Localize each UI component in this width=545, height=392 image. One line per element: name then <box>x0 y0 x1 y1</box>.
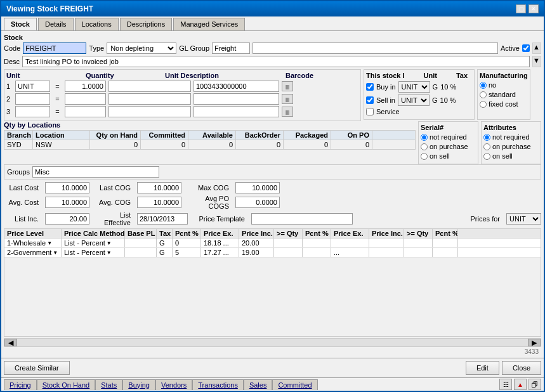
copy-icon[interactable]: 🗍 <box>529 379 541 390</box>
status-tab-stockonhand[interactable]: Stock On Hand <box>37 379 96 390</box>
scrollbar-up[interactable]: ▲ <box>532 42 541 54</box>
measure-desc-3[interactable] <box>108 106 191 117</box>
page-number: 3433 <box>4 348 541 355</box>
scrollbar-down[interactable]: ▼ <box>532 56 541 67</box>
pr0-dropdown[interactable]: ▼ <box>47 240 52 246</box>
scroll-left[interactable]: ◀ <box>4 339 17 346</box>
prices-row-1[interactable]: 2-Government ▼ List - Percent ▼ G 5 17.2… <box>4 248 541 258</box>
desc-row: Desc Test linking PO to invoiced job ▼ <box>4 56 541 67</box>
cost-row-1: Last Cost Last COG Max COG <box>4 182 541 193</box>
status-tab-stats[interactable]: Stats <box>95 379 122 390</box>
status-tab-pricing[interactable]: Pricing <box>4 379 37 390</box>
buy-in-checkbox[interactable] <box>366 83 374 91</box>
measure-barcode-3[interactable] <box>194 106 279 117</box>
attr-on-purchase-radio[interactable] <box>483 143 490 150</box>
prices-row-0[interactable]: 1-Wholesale ▼ List - Percent ▼ G 0 18.18… <box>4 238 541 248</box>
last-cost-input[interactable] <box>45 182 89 193</box>
sell-in-checkbox[interactable] <box>366 96 374 104</box>
avg-cost-input[interactable] <box>45 197 89 208</box>
tab-descriptions[interactable]: Descriptions <box>120 18 173 30</box>
close-button[interactable]: Close <box>502 361 541 375</box>
barcode-icon-2[interactable]: ||| <box>282 94 293 104</box>
create-similar-button[interactable]: Create Similar <box>4 361 70 375</box>
serial-on-sell-radio[interactable] <box>421 153 428 160</box>
pr0-level: 1-Wholesale <box>7 239 46 247</box>
price-template-input[interactable] <box>251 213 353 225</box>
avg-po-cogs-input[interactable] <box>235 197 280 208</box>
code-input[interactable] <box>23 42 86 54</box>
horizontal-scrollbar[interactable]: ◀ ▶ <box>4 338 541 347</box>
pr1-method-dropdown[interactable]: ▼ <box>107 250 112 256</box>
status-tab-buying[interactable]: Buying <box>122 379 155 390</box>
this-stock-section: This stock I Unit Tax Buy in UNIT G 10 % <box>364 69 475 120</box>
mfg-no-radio[interactable] <box>480 82 487 89</box>
measure-unit-3[interactable] <box>15 106 50 117</box>
measure-desc-1[interactable] <box>108 81 191 92</box>
max-cog-input[interactable] <box>235 182 280 193</box>
list-eff-input[interactable] <box>137 213 188 225</box>
service-checkbox[interactable] <box>366 108 374 115</box>
gl-group-desc <box>253 42 498 54</box>
pr0-priceinc2 <box>369 238 404 247</box>
chart-icon[interactable]: ▲ <box>514 379 527 390</box>
buy-in-label: Buy in <box>376 83 396 91</box>
restore-button[interactable]: ◻ <box>516 4 526 13</box>
last-cost-label: Last Cost <box>4 184 39 192</box>
mfg-fixed-radio[interactable] <box>480 101 487 108</box>
status-tab-committed[interactable]: Committed <box>272 379 317 390</box>
measure-unit-2[interactable] <box>15 93 50 105</box>
mfg-standard-row: standard <box>480 91 528 98</box>
last-cog-input[interactable] <box>137 182 181 193</box>
measure-barcode-1[interactable] <box>194 81 279 92</box>
tab-stock[interactable]: Stock <box>4 18 37 30</box>
measure-barcode-2[interactable] <box>194 93 279 105</box>
edit-button[interactable]: Edit <box>466 361 499 375</box>
buy-in-tax-pct: 10 % <box>440 83 456 91</box>
sell-in-unit-select[interactable]: UNIT <box>398 95 430 106</box>
scroll-right[interactable]: ▶ <box>528 339 541 346</box>
status-tab-sales[interactable]: Sales <box>244 379 273 390</box>
sell-in-label: Sell in <box>376 96 395 104</box>
prices-for-select[interactable]: UNIT <box>506 213 541 225</box>
status-tab-vendors[interactable]: Vendors <box>155 379 192 390</box>
pr1-pcnt3 <box>433 248 458 257</box>
list-inc-input[interactable] <box>45 213 89 225</box>
buy-in-unit-select[interactable]: UNIT <box>398 81 430 93</box>
measure-eq-3: = <box>53 108 62 115</box>
middle-row: Qty by Locations Branch Location Qty on … <box>4 121 541 164</box>
active-checkbox[interactable] <box>522 44 530 52</box>
mfg-standard-radio[interactable] <box>480 91 487 98</box>
groups-input[interactable] <box>32 166 159 178</box>
tab-locations[interactable]: Locations <box>75 18 119 30</box>
last-cog-label: Last COG <box>96 184 131 192</box>
tab-managed-services[interactable]: Managed Services <box>173 18 245 30</box>
barcode-icon-3[interactable]: ||| <box>282 107 293 117</box>
main-content: Stock Code Type Non depleting GL Group A… <box>1 31 544 358</box>
main-window: Viewing Stock FREIGHT ◻ ✕ Stock Details … <box>0 0 545 392</box>
measure-unit-1[interactable] <box>15 81 50 92</box>
ph-method: Price Calc Method <box>62 229 125 238</box>
attr-on-purchase-row: on purchase <box>483 143 539 150</box>
desc-input[interactable]: Test linking PO to invoiced job <box>22 56 530 67</box>
type-select[interactable]: Non depleting <box>107 42 176 54</box>
measure-desc-2[interactable] <box>108 93 191 105</box>
serial-not-required-radio[interactable] <box>421 134 428 141</box>
ph-pcnt2: Pcnt % <box>303 229 331 238</box>
gl-group-input[interactable] <box>212 42 250 54</box>
close-button[interactable]: ✕ <box>529 4 539 13</box>
measure-qty-3[interactable] <box>65 106 106 117</box>
status-tab-transactions[interactable]: Transactions <box>192 379 244 390</box>
attr-not-required-radio[interactable] <box>483 134 490 141</box>
measure-qty-2[interactable] <box>65 93 106 105</box>
cost-row-3: List Inc. List Effective Price Template … <box>4 211 541 226</box>
pr1-dropdown[interactable]: ▼ <box>53 250 58 256</box>
measure-col-desc: Unit Description <box>165 72 247 79</box>
barcode-icon-1[interactable]: ||| <box>282 81 293 91</box>
measure-qty-1[interactable] <box>65 81 106 92</box>
avg-cog-input[interactable] <box>137 197 181 208</box>
attr-on-sell-radio[interactable] <box>483 153 490 160</box>
serial-on-purchase-radio[interactable] <box>421 143 428 150</box>
tab-details[interactable]: Details <box>38 18 74 30</box>
grid-icon[interactable]: ☷ <box>499 379 512 390</box>
pr0-method-dropdown[interactable]: ▼ <box>107 240 112 246</box>
